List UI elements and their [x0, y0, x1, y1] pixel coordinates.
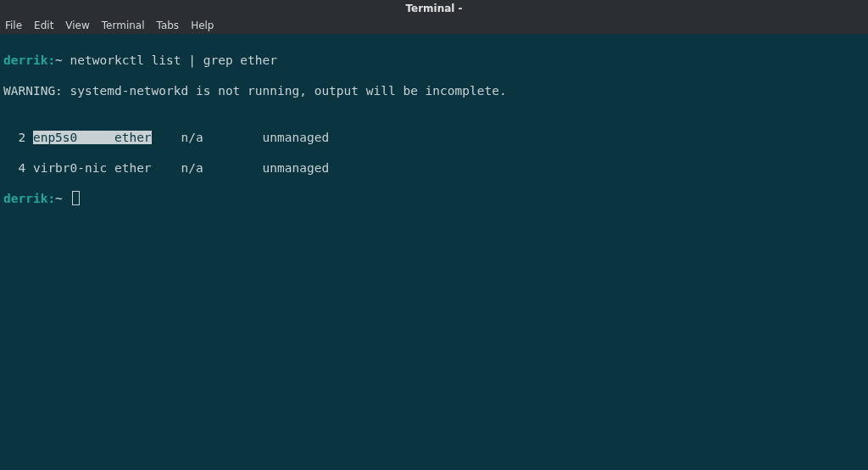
- menu-help[interactable]: Help: [191, 20, 214, 31]
- row1-selection: enp5s0 ether: [33, 131, 152, 144]
- menu-view[interactable]: View: [65, 20, 89, 31]
- row1-index: 2: [3, 131, 33, 144]
- output-row-1: 2 enp5s0 ether n/a unmanaged: [3, 130, 865, 145]
- terminal-output[interactable]: derrik:~ networkctl list | grep ether WA…: [0, 34, 868, 226]
- prompt-host-2: derrik:: [3, 192, 55, 205]
- prompt-host: derrik:: [3, 53, 55, 67]
- prompt-path: ~: [55, 53, 70, 67]
- menu-edit[interactable]: Edit: [34, 20, 53, 31]
- menubar: File Edit View Terminal Tabs Help: [0, 17, 868, 34]
- window-title: Terminal -: [405, 3, 462, 14]
- menu-terminal[interactable]: Terminal: [102, 20, 145, 31]
- menu-file[interactable]: File: [5, 20, 22, 31]
- prompt-path-2: ~: [55, 192, 70, 205]
- cursor: [72, 191, 80, 205]
- output-row-2: 4 virbr0-nic ether n/a unmanaged: [3, 160, 865, 176]
- row1-rest: n/a unmanaged: [152, 131, 330, 144]
- output-warning: WARNING: systemd-networkd is not running…: [3, 83, 865, 98]
- window-titlebar: Terminal -: [0, 0, 868, 17]
- menu-tabs[interactable]: Tabs: [157, 20, 180, 31]
- command-text: networkctl list | grep ether: [70, 53, 277, 67]
